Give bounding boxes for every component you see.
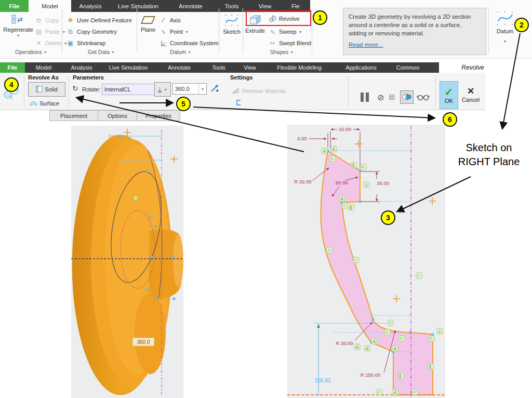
dim-r32[interactable]: R 32.00 bbox=[294, 179, 311, 184]
svg-text:∩: ∩ bbox=[354, 258, 357, 262]
paste-button[interactable]: ▤Paste▼ bbox=[34, 26, 68, 37]
svg-text:∠: ∠ bbox=[393, 346, 397, 351]
tab2-common[interactable]: Common bbox=[389, 62, 427, 73]
dim-165[interactable]: 165.93 bbox=[315, 378, 331, 383]
chevron-down-icon: ▼ bbox=[503, 39, 507, 43]
tab-tools[interactable]: Tools bbox=[215, 0, 249, 12]
constraint-icon: ∠ bbox=[339, 195, 345, 201]
constraint-icon: = bbox=[342, 203, 348, 208]
user-defined-feature-button[interactable]: ❖User-Defined Feature bbox=[66, 15, 132, 26]
sketch-viewport[interactable]: 32.00 3.00 R 32.00 80.00 36.00 R 30.00 R… bbox=[287, 125, 445, 398]
axis-reference-field[interactable]: InternalCL bbox=[102, 84, 156, 95]
angle-option-button[interactable]: ⟂ ▼ bbox=[154, 82, 171, 97]
annotation-sketch-plane: Sketch on RIGHT Plane bbox=[446, 141, 532, 169]
tab-placement[interactable]: Placement bbox=[49, 110, 98, 121]
solid-button[interactable]: Solid bbox=[28, 82, 65, 97]
tab-model[interactable]: Model bbox=[29, 0, 71, 12]
callout-2: 2 bbox=[514, 18, 529, 32]
svg-text:∥: ∥ bbox=[429, 364, 431, 369]
group-separator bbox=[219, 8, 219, 53]
copy-button[interactable]: ⧉Copy bbox=[34, 15, 68, 26]
ok-button[interactable]: ✓ OK bbox=[440, 81, 458, 109]
tab2-model[interactable]: Model bbox=[25, 62, 62, 73]
swept-blend-button[interactable]: ∾Swept Blend bbox=[268, 37, 311, 49]
tab2-annotate[interactable]: Annotate bbox=[156, 62, 203, 73]
cancel-button[interactable]: ✕ Cancel bbox=[459, 81, 482, 108]
pause-icon bbox=[361, 92, 364, 102]
group-separator bbox=[62, 8, 62, 53]
dim-32[interactable]: 32.00 bbox=[339, 126, 351, 132]
section-label: Section 1 bbox=[109, 134, 128, 139]
tab2-applications[interactable]: Applications bbox=[334, 62, 389, 73]
point-icon: ˣₓ bbox=[159, 28, 168, 36]
svg-text:∥: ∥ bbox=[399, 374, 401, 378]
tab2-flexible-modeling[interactable]: Flexible Modeling bbox=[265, 62, 334, 73]
operations-group-label[interactable]: Operations▼ bbox=[4, 49, 58, 55]
flip-direction-icon[interactable] bbox=[210, 84, 219, 95]
tab-live-simulation[interactable]: Live Simulation bbox=[110, 0, 167, 12]
copy-geometry-icon: ⧉ bbox=[66, 28, 75, 36]
svg-text:∠: ∠ bbox=[373, 339, 376, 343]
dim-36[interactable]: 36.00 bbox=[377, 180, 389, 186]
axis-button[interactable]: ∕Axis bbox=[159, 15, 219, 26]
delete-button[interactable]: ✕Delete▼ bbox=[34, 37, 68, 49]
tab2-live-simulation[interactable]: Live Simulation bbox=[101, 62, 156, 73]
callout-3: 3 bbox=[381, 210, 395, 225]
dim-3[interactable]: 3.00 bbox=[297, 136, 307, 141]
tab-annotate[interactable]: Annotate bbox=[167, 0, 215, 12]
copy-icon: ⧉ bbox=[34, 16, 43, 24]
axis-reference-value: InternalCL bbox=[104, 86, 131, 92]
revolve-section[interactable] bbox=[321, 151, 433, 395]
chevron-down-icon: ▼ bbox=[44, 50, 47, 54]
wireframe-preview-icon[interactable]: ⊠ bbox=[389, 92, 395, 102]
tab-analysis[interactable]: Analysis bbox=[71, 0, 110, 12]
dim-r150[interactable]: R 150.00 bbox=[361, 372, 381, 378]
tab2-analysis[interactable]: Analysis bbox=[62, 62, 101, 73]
chevron-down-icon: ▼ bbox=[164, 88, 167, 91]
surface-button[interactable]: Surface bbox=[29, 98, 65, 109]
constraint-icon: = bbox=[330, 156, 336, 162]
sweep-button[interactable]: ∿Sweep▼ bbox=[268, 26, 311, 37]
pause-button[interactable] bbox=[361, 92, 369, 102]
get-data-group-label[interactable]: Get Data▼ bbox=[73, 49, 130, 55]
model-3d-viewport[interactable]: Section 1 360.0 bbox=[71, 126, 183, 398]
remove-material-icon bbox=[232, 87, 240, 95]
datum-group-label[interactable]: Datum▼ bbox=[156, 49, 205, 55]
tab-properties[interactable]: Properties bbox=[137, 110, 180, 121]
plane-label: Plane bbox=[141, 26, 155, 33]
tab2-tools[interactable]: Tools bbox=[203, 62, 235, 73]
remove-material-button[interactable]: Remove Material bbox=[232, 85, 285, 97]
tab-file[interactable]: File bbox=[0, 0, 29, 12]
copy-geometry-button[interactable]: ⧉Copy Geometry bbox=[66, 26, 132, 37]
point-label: Point bbox=[170, 29, 183, 35]
shapes-group-label[interactable]: Shapes▼ bbox=[257, 49, 307, 55]
coordinate-system-button[interactable]: Coordinate System bbox=[159, 37, 219, 49]
chevron-down-icon: ▼ bbox=[185, 30, 189, 34]
read-more-link[interactable]: Read more... bbox=[349, 42, 383, 48]
verify-glasses-icon[interactable] bbox=[417, 94, 431, 103]
origin-cross-icon bbox=[355, 140, 362, 148]
dim-80[interactable]: 80.00 bbox=[336, 180, 348, 185]
regenerate-button[interactable]: ⇄ Regenerate ▼ bbox=[3, 14, 33, 37]
dim-r30[interactable]: R 30.00 bbox=[336, 340, 353, 346]
tab2-view[interactable]: View bbox=[235, 62, 265, 73]
plane-button[interactable]: Plane bbox=[138, 15, 158, 33]
angle-value-combo[interactable]: 360.0 ▼ bbox=[172, 83, 207, 95]
group-separator bbox=[243, 8, 243, 53]
copy-geometry-label: Copy Geometry bbox=[77, 29, 117, 35]
datum-group-text: Datum bbox=[170, 49, 186, 55]
tab2-file[interactable]: File bbox=[0, 62, 25, 73]
vertex-dot bbox=[146, 289, 148, 291]
shrinkwrap-button[interactable]: ▣Shrinkwrap bbox=[66, 37, 132, 49]
constraint-icon: / bbox=[416, 273, 422, 278]
svg-text:∠: ∠ bbox=[340, 196, 344, 201]
sketch-button[interactable]: Sketch bbox=[221, 14, 243, 35]
point-button[interactable]: ˣₓPoint▼ bbox=[159, 26, 219, 37]
constraint-icon: ∠ bbox=[392, 346, 398, 351]
swept-blend-icon: ∾ bbox=[268, 39, 277, 47]
no-preview-icon[interactable]: ⊘ bbox=[377, 92, 384, 102]
tab-options[interactable]: Options bbox=[98, 110, 137, 121]
internal-cl-icon[interactable] bbox=[235, 99, 242, 108]
dash-separator bbox=[435, 76, 436, 107]
shaded-preview-button[interactable] bbox=[400, 90, 414, 104]
